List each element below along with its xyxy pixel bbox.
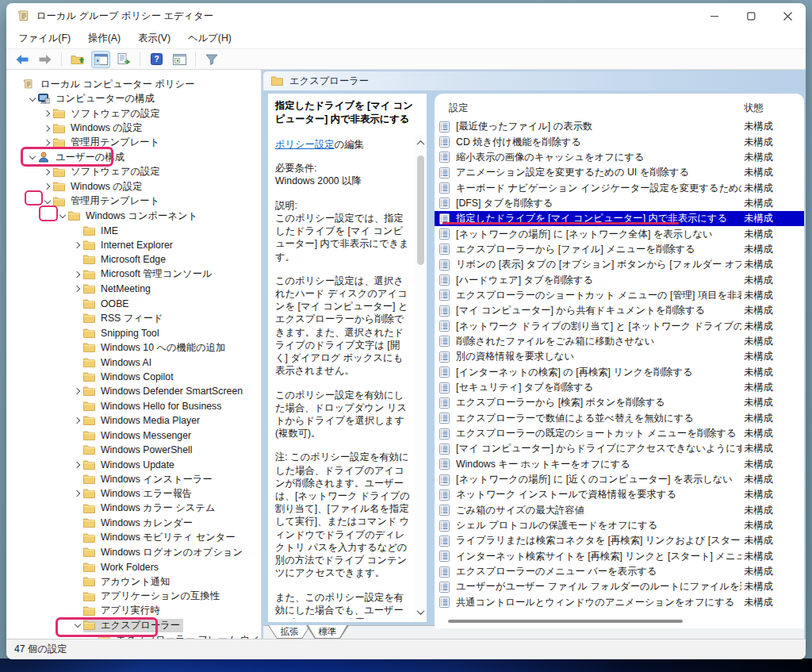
tree-item[interactable]: Windows インストーラー — [6, 472, 261, 486]
description-scrollbar[interactable] — [415, 135, 426, 620]
tree-item[interactable]: Windows 10 への機能の追加 — [6, 340, 261, 355]
chevron-icon[interactable] — [71, 356, 83, 368]
tree-item[interactable]: NetMeeting — [6, 282, 261, 296]
chevron-icon[interactable] — [41, 122, 53, 134]
policy-setting-row[interactable]: 別の資格情報を要求しない 未構成 — [435, 349, 804, 364]
minimize-button[interactable] — [696, 3, 733, 29]
tree-item[interactable]: Internet Explorer — [6, 238, 261, 252]
chevron-icon[interactable] — [41, 136, 53, 148]
tree-item[interactable]: Windows Defender SmartScreen — [6, 384, 261, 398]
policy-setting-row[interactable]: ライブラリまたは検索コネクタを [再検索] リンクおよび [スタート] メニュー… — [435, 533, 804, 548]
tree-item[interactable]: ソフトウェアの設定 — [6, 106, 261, 121]
policy-setting-row[interactable]: [マイ コンピューター] から共有ドキュメントを削除する 未構成 — [435, 303, 804, 318]
chevron-icon[interactable] — [71, 429, 83, 441]
tree-item[interactable]: 管理用テンプレート — [6, 194, 261, 209]
tree-item[interactable]: コンピューターの構成 — [6, 91, 261, 106]
chevron-icon[interactable] — [71, 547, 83, 559]
tree-item[interactable]: Microsoft 管理コンソール — [6, 267, 261, 282]
policy-setting-row[interactable]: [インターネットの検索] の [再検索] リンクを削除する 未構成 — [435, 365, 804, 380]
chevron-icon[interactable] — [71, 371, 83, 382]
tree-item[interactable]: ソフトウェアの設定 — [6, 165, 261, 179]
policy-setting-row[interactable]: [マイ コンピューター] からドライブにアクセスできないようにする 未構成 — [435, 441, 804, 456]
tree-item[interactable]: Windows ログオンのオプション — [6, 545, 261, 559]
show-console-tree-button[interactable] — [91, 51, 110, 68]
tree-item[interactable]: IME — [6, 223, 261, 237]
policy-setting-row[interactable]: エクスプローラーの既定のショートカット メニューを削除する 未構成 — [435, 426, 804, 441]
chevron-icon[interactable] — [71, 400, 83, 412]
chevron-icon[interactable] — [41, 181, 53, 193]
tree-item[interactable]: RSS フィード — [6, 311, 261, 325]
tree-item[interactable]: Work Folders — [6, 559, 261, 574]
policy-setting-row[interactable]: ネットワーク インストールで資格情報を要求する 未構成 — [435, 487, 804, 502]
tree-item[interactable]: Windows PowerShell — [6, 443, 261, 457]
chevron-icon[interactable] — [71, 488, 83, 500]
chevron-icon[interactable] — [71, 474, 83, 486]
policy-setting-row[interactable]: 指定したドライブを [マイ コンピューター] 内で非表示にする 未構成 — [435, 211, 804, 226]
chevron-icon[interactable] — [71, 342, 83, 354]
help-button[interactable]: ? — [147, 51, 166, 68]
tree-item[interactable]: Windows Media Player — [6, 413, 261, 428]
policy-setting-link[interactable]: ポリシー設定 — [275, 139, 335, 150]
policy-setting-row[interactable]: リボンの [表示] タブの [オプション] ボタンから [フォルダー オプション… — [435, 257, 804, 272]
chevron-icon[interactable] — [71, 605, 83, 616]
policy-setting-row[interactable]: エクスプローラーから [ファイル] メニューを削除する 未構成 — [435, 242, 804, 257]
tree-item[interactable]: 管理用テンプレート — [6, 136, 261, 150]
policy-setting-row[interactable]: [ネットワークの場所] に [ネットワーク全体] を表示しない 未構成 — [435, 226, 804, 241]
menu-item[interactable]: 操作(A) — [79, 32, 129, 45]
chevron-icon[interactable] — [71, 561, 83, 573]
back-button[interactable] — [13, 51, 32, 68]
up-one-level-button[interactable] — [68, 51, 87, 68]
chevron-icon[interactable] — [71, 268, 83, 280]
chevron-icon[interactable] — [71, 444, 83, 456]
column-header-setting[interactable]: 設定 — [449, 102, 469, 115]
chevron-icon[interactable] — [71, 415, 83, 427]
tree-item[interactable]: Windows コンポーネント — [6, 209, 261, 223]
chevron-icon[interactable] — [71, 590, 83, 602]
policy-setting-row[interactable]: エクスプローラーで数値による並べ替えを無効にする 未構成 — [435, 411, 804, 426]
tree-item[interactable]: アプリケーションの互換性 — [6, 589, 261, 603]
policy-setting-row[interactable]: 削除されたファイルをごみ箱に移動させない 未構成 — [435, 334, 804, 349]
chevron-icon[interactable] — [71, 576, 83, 588]
tree-item[interactable]: Windows カラー システム — [6, 501, 261, 516]
chevron-icon[interactable] — [41, 166, 53, 178]
tree-item[interactable]: Windows Copilot — [6, 370, 261, 384]
menu-item[interactable]: ファイル(F) — [10, 32, 79, 45]
tree-item[interactable]: アカウント通知 — [6, 574, 261, 589]
export-list-button[interactable] — [114, 51, 133, 68]
policy-setting-row[interactable]: インターネット検索サイトを [再検索] リンクと [スタート] メニューに表示す… — [435, 549, 804, 564]
chevron-icon[interactable] — [71, 532, 83, 543]
chevron-icon[interactable] — [71, 502, 83, 514]
tree-item[interactable]: Windows Hello for Business — [6, 399, 261, 413]
chevron-icon[interactable] — [71, 313, 83, 324]
chevron-icon[interactable] — [71, 327, 83, 339]
filter-button[interactable] — [202, 51, 221, 68]
policy-setting-row[interactable]: [セキュリティ] タブを削除する 未構成 — [435, 380, 804, 395]
chevron-icon[interactable] — [71, 459, 83, 470]
view-tab-拡張[interactable]: 拡張 — [268, 625, 311, 639]
horizontal-scrollbar-thumb[interactable] — [448, 620, 683, 623]
chevron-icon[interactable] — [71, 386, 83, 397]
chevron-icon[interactable] — [71, 283, 83, 295]
policy-setting-row[interactable]: 共通コントロールとウィンドウのアニメーションをオフにする 未構成 — [435, 595, 804, 610]
policy-setting-row[interactable]: ごみ箱のサイズの最大許容値 未構成 — [435, 503, 804, 518]
menu-item[interactable]: 表示(V) — [129, 32, 179, 45]
tree-item[interactable]: ユーザーの構成 — [6, 150, 261, 164]
policy-setting-row[interactable]: CD 焼き付け機能を削除する 未構成 — [435, 134, 804, 149]
tree-item[interactable]: Windows モビリティ センター — [6, 531, 261, 545]
tree-item[interactable]: Snipping Tool — [6, 325, 261, 340]
close-button[interactable] — [769, 3, 806, 29]
chevron-icon[interactable] — [56, 210, 68, 222]
chevron-icon[interactable] — [71, 240, 83, 252]
tree-item[interactable]: エクスプローラー フレーム ウィンドウ — [6, 633, 261, 639]
policy-setting-row[interactable]: [DFS] タブを削除する 未構成 — [435, 196, 804, 211]
policy-setting-row[interactable]: ユーザーがユーザー ファイル フォルダーのルートにファイルを追加できないよ...… — [435, 579, 804, 594]
tree-item[interactable]: Microsoft Edge — [6, 252, 261, 267]
tree-item[interactable]: エクスプローラー — [6, 618, 261, 632]
policy-setting-row[interactable]: エクスプローラーのメニュー バーを表示する 未構成 — [435, 564, 804, 579]
chevron-icon[interactable] — [71, 254, 83, 266]
policy-setting-row[interactable]: キーボード ナビゲーション インジケーター設定を変更するための UI を削除..… — [435, 180, 804, 195]
policy-setting-row[interactable]: アニメーション設定を変更するための UI を削除する 未構成 — [435, 165, 804, 180]
tree-item[interactable]: OOBE — [6, 297, 261, 311]
policy-setting-row[interactable]: 縮小表示の画像のキャッシュをオフにする 未構成 — [435, 150, 804, 165]
tree-item[interactable]: Windows AI — [6, 355, 261, 369]
